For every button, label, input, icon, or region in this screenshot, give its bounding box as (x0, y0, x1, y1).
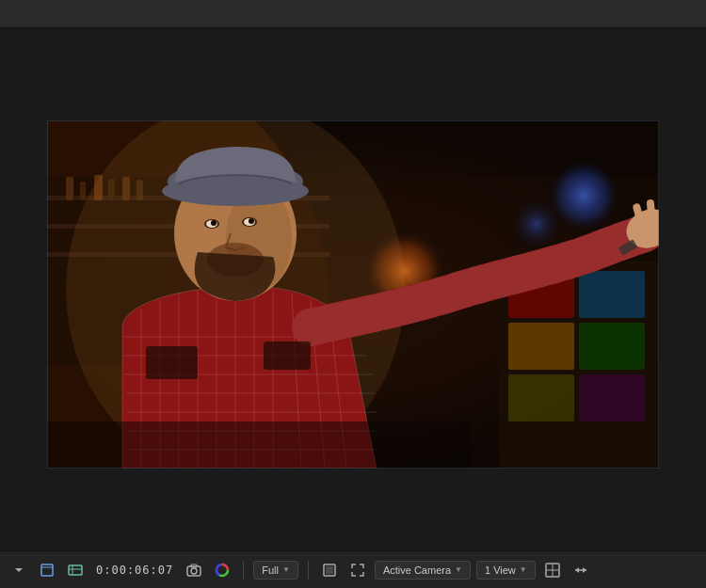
resolution-label: Full (262, 564, 279, 576)
viewport-icon-btn[interactable] (36, 561, 58, 580)
color-mgmt-btn[interactable] (211, 561, 233, 580)
svg-rect-16 (579, 323, 645, 370)
fullscreen-icon (350, 563, 365, 578)
fullscreen-btn[interactable] (346, 561, 369, 580)
view-chevron-icon: ▼ (520, 565, 527, 574)
svg-rect-73 (326, 566, 333, 574)
viewport-container (47, 120, 659, 469)
svg-rect-17 (508, 374, 574, 421)
svg-point-53 (211, 220, 217, 226)
svg-marker-79 (583, 567, 586, 573)
svg-rect-65 (69, 565, 82, 575)
svg-point-54 (249, 218, 254, 224)
camera-label: Active Camera (383, 564, 451, 576)
camera-icon-btn[interactable] (183, 561, 205, 580)
top-bar (0, 0, 706, 28)
svg-rect-58 (146, 346, 198, 379)
separator-1 (243, 561, 244, 580)
svg-rect-15 (508, 323, 574, 370)
svg-rect-7 (80, 182, 86, 200)
svg-rect-59 (264, 342, 311, 370)
svg-marker-78 (575, 567, 579, 573)
viewport-scene (47, 120, 659, 469)
resolution-chevron-icon: ▼ (282, 565, 290, 574)
view-dropdown[interactable]: 1 View ▼ (476, 561, 536, 580)
separator-2 (308, 561, 309, 580)
svg-rect-14 (579, 271, 645, 318)
color-wheel-icon (215, 563, 230, 578)
svg-rect-60 (47, 421, 471, 469)
main-area (0, 28, 706, 550)
frame-icon (40, 563, 55, 578)
resolution-dropdown[interactable]: Full ▼ (253, 561, 298, 580)
view-label: 1 View (485, 564, 516, 576)
camera-dropdown[interactable]: Active Camera ▼ (375, 561, 471, 580)
scene-icon-btn[interactable] (64, 561, 87, 580)
expand-icon (573, 563, 588, 578)
svg-rect-63 (41, 564, 53, 576)
scene-icon (68, 563, 83, 578)
svg-point-21 (508, 196, 565, 252)
svg-point-69 (191, 568, 197, 574)
render-region-btn[interactable] (318, 561, 341, 580)
svg-rect-6 (66, 177, 73, 200)
bottom-toolbar: 0:00:06:07 Full ▼ (0, 550, 706, 588)
timecode-display: 0:00:06:07 (96, 564, 173, 577)
camera-icon (186, 563, 201, 578)
layout-btn[interactable] (541, 561, 564, 580)
camera-chevron-icon: ▼ (455, 565, 462, 574)
layout-icon (545, 563, 560, 578)
svg-point-57 (162, 176, 309, 206)
scene-dropdown-btn[interactable] (8, 561, 30, 580)
expand-btn[interactable] (570, 561, 592, 580)
render-region-icon (322, 563, 337, 578)
svg-rect-18 (579, 374, 645, 421)
chevron-down-icon (11, 563, 26, 578)
svg-marker-62 (15, 568, 23, 572)
